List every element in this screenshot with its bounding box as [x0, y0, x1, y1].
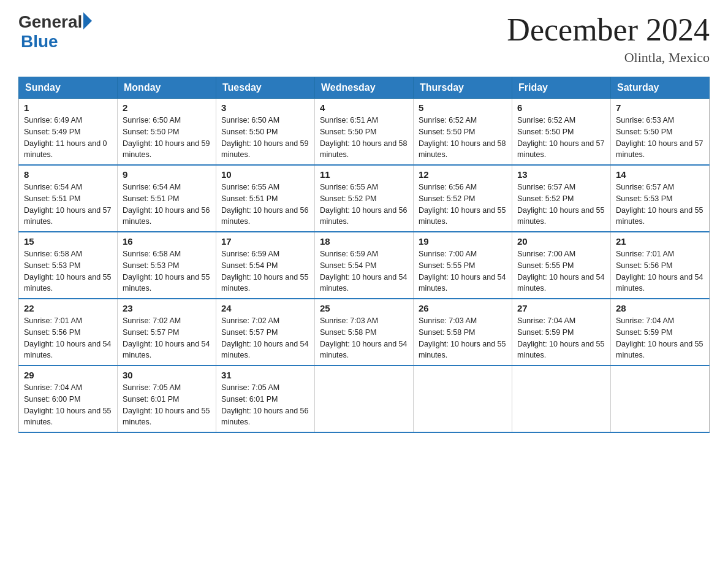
calendar-day-cell: 4Sunrise: 6:51 AMSunset: 5:50 PMDaylight…	[315, 99, 414, 166]
header-monday: Monday	[118, 77, 216, 99]
day-info: Sunrise: 6:54 AMSunset: 5:51 PMDaylight:…	[123, 182, 211, 228]
calendar-day-cell: 24Sunrise: 7:02 AMSunset: 5:57 PMDayligh…	[216, 299, 315, 366]
day-info: Sunrise: 6:50 AMSunset: 5:50 PMDaylight:…	[123, 115, 211, 161]
header-friday: Friday	[512, 77, 611, 99]
day-number: 11	[320, 169, 408, 180]
day-info: Sunrise: 7:01 AMSunset: 5:56 PMDaylight:…	[24, 315, 112, 361]
calendar-day-cell: 25Sunrise: 7:03 AMSunset: 5:58 PMDayligh…	[315, 299, 414, 366]
calendar-day-cell	[611, 366, 710, 432]
calendar-week-row: 22Sunrise: 7:01 AMSunset: 5:56 PMDayligh…	[19, 299, 710, 366]
calendar-day-cell: 17Sunrise: 6:59 AMSunset: 5:54 PMDayligh…	[216, 232, 315, 299]
day-info: Sunrise: 6:58 AMSunset: 5:53 PMDaylight:…	[123, 248, 211, 294]
calendar-day-cell: 10Sunrise: 6:55 AMSunset: 5:51 PMDayligh…	[216, 165, 315, 232]
calendar-day-cell: 8Sunrise: 6:54 AMSunset: 5:51 PMDaylight…	[19, 165, 118, 232]
day-info: Sunrise: 7:04 AMSunset: 6:00 PMDaylight:…	[24, 382, 112, 428]
day-info: Sunrise: 6:57 AMSunset: 5:52 PMDaylight:…	[517, 182, 605, 228]
day-info: Sunrise: 7:02 AMSunset: 5:57 PMDaylight:…	[221, 315, 309, 361]
day-info: Sunrise: 7:03 AMSunset: 5:58 PMDaylight:…	[419, 315, 507, 361]
calendar-body: 1Sunrise: 6:49 AMSunset: 5:49 PMDaylight…	[19, 99, 710, 433]
calendar-day-cell: 7Sunrise: 6:53 AMSunset: 5:50 PMDaylight…	[611, 99, 710, 166]
calendar-day-cell: 29Sunrise: 7:04 AMSunset: 6:00 PMDayligh…	[19, 366, 118, 432]
calendar-day-cell: 5Sunrise: 6:52 AMSunset: 5:50 PMDaylight…	[414, 99, 512, 166]
day-info: Sunrise: 6:52 AMSunset: 5:50 PMDaylight:…	[517, 115, 605, 161]
day-info: Sunrise: 6:57 AMSunset: 5:53 PMDaylight:…	[616, 182, 704, 228]
day-number: 5	[419, 102, 507, 113]
day-info: Sunrise: 6:58 AMSunset: 5:53 PMDaylight:…	[24, 248, 112, 294]
day-info: Sunrise: 6:52 AMSunset: 5:50 PMDaylight:…	[419, 115, 507, 161]
calendar-week-row: 15Sunrise: 6:58 AMSunset: 5:53 PMDayligh…	[19, 232, 710, 299]
day-number: 13	[517, 169, 605, 180]
day-number: 18	[320, 236, 408, 247]
calendar-day-cell: 23Sunrise: 7:02 AMSunset: 5:57 PMDayligh…	[118, 299, 216, 366]
calendar-day-cell	[414, 366, 512, 432]
day-info: Sunrise: 7:00 AMSunset: 5:55 PMDaylight:…	[419, 248, 507, 294]
day-number: 1	[24, 102, 112, 113]
title-block: December 2024 Olintla, Mexico	[507, 12, 710, 66]
day-info: Sunrise: 7:01 AMSunset: 5:56 PMDaylight:…	[616, 248, 704, 294]
calendar-day-cell: 31Sunrise: 7:05 AMSunset: 6:01 PMDayligh…	[216, 366, 315, 432]
calendar-table: Sunday Monday Tuesday Wednesday Thursday…	[18, 77, 710, 433]
day-info: Sunrise: 7:05 AMSunset: 6:01 PMDaylight:…	[221, 382, 309, 428]
calendar-day-cell: 6Sunrise: 6:52 AMSunset: 5:50 PMDaylight…	[512, 99, 611, 166]
day-number: 28	[616, 303, 704, 313]
day-number: 25	[320, 303, 408, 313]
calendar-day-cell	[512, 366, 611, 432]
day-number: 22	[24, 303, 112, 313]
day-number: 29	[24, 370, 112, 380]
day-info: Sunrise: 6:51 AMSunset: 5:50 PMDaylight:…	[320, 115, 408, 161]
header-sunday: Sunday	[19, 77, 118, 99]
day-number: 30	[123, 370, 211, 380]
day-number: 14	[616, 169, 704, 180]
day-info: Sunrise: 6:55 AMSunset: 5:52 PMDaylight:…	[320, 182, 408, 228]
day-number: 4	[320, 102, 408, 113]
header-wednesday: Wednesday	[315, 77, 414, 99]
calendar-day-cell: 12Sunrise: 6:56 AMSunset: 5:52 PMDayligh…	[414, 165, 512, 232]
day-info: Sunrise: 7:04 AMSunset: 5:59 PMDaylight:…	[616, 315, 704, 361]
calendar-day-cell: 18Sunrise: 6:59 AMSunset: 5:54 PMDayligh…	[315, 232, 414, 299]
day-number: 23	[123, 303, 211, 313]
header-thursday: Thursday	[414, 77, 512, 99]
day-info: Sunrise: 6:55 AMSunset: 5:51 PMDaylight:…	[221, 182, 309, 228]
header-saturday: Saturday	[611, 77, 710, 99]
page-header: General Blue December 2024 Olintla, Mexi…	[18, 12, 710, 66]
calendar-day-cell: 14Sunrise: 6:57 AMSunset: 5:53 PMDayligh…	[611, 165, 710, 232]
day-info: Sunrise: 7:03 AMSunset: 5:58 PMDaylight:…	[320, 315, 408, 361]
day-number: 7	[616, 102, 704, 113]
calendar-day-cell: 9Sunrise: 6:54 AMSunset: 5:51 PMDaylight…	[118, 165, 216, 232]
day-number: 9	[123, 169, 211, 180]
day-info: Sunrise: 6:54 AMSunset: 5:51 PMDaylight:…	[24, 182, 112, 228]
calendar-week-row: 29Sunrise: 7:04 AMSunset: 6:00 PMDayligh…	[19, 366, 710, 432]
calendar-header: Sunday Monday Tuesday Wednesday Thursday…	[19, 77, 710, 99]
logo: General Blue	[18, 12, 92, 52]
calendar-day-cell: 20Sunrise: 7:00 AMSunset: 5:55 PMDayligh…	[512, 232, 611, 299]
day-info: Sunrise: 7:00 AMSunset: 5:55 PMDaylight:…	[517, 248, 605, 294]
day-number: 24	[221, 303, 309, 313]
day-number: 19	[419, 236, 507, 247]
calendar-day-cell: 16Sunrise: 6:58 AMSunset: 5:53 PMDayligh…	[118, 232, 216, 299]
calendar-day-cell: 27Sunrise: 7:04 AMSunset: 5:59 PMDayligh…	[512, 299, 611, 366]
logo-general: General	[18, 12, 82, 32]
day-number: 10	[221, 169, 309, 180]
calendar-day-cell: 26Sunrise: 7:03 AMSunset: 5:58 PMDayligh…	[414, 299, 512, 366]
day-info: Sunrise: 6:49 AMSunset: 5:49 PMDaylight:…	[24, 115, 112, 161]
calendar-day-cell: 28Sunrise: 7:04 AMSunset: 5:59 PMDayligh…	[611, 299, 710, 366]
calendar-day-cell: 2Sunrise: 6:50 AMSunset: 5:50 PMDaylight…	[118, 99, 216, 166]
day-number: 17	[221, 236, 309, 247]
day-number: 20	[517, 236, 605, 247]
day-info: Sunrise: 7:05 AMSunset: 6:01 PMDaylight:…	[123, 382, 211, 428]
day-number: 31	[221, 370, 309, 380]
day-number: 16	[123, 236, 211, 247]
calendar-day-cell	[315, 366, 414, 432]
logo-triangle-icon	[83, 12, 92, 29]
day-info: Sunrise: 7:02 AMSunset: 5:57 PMDaylight:…	[123, 315, 211, 361]
day-number: 6	[517, 102, 605, 113]
location-title: Olintla, Mexico	[507, 50, 710, 66]
calendar-day-cell: 19Sunrise: 7:00 AMSunset: 5:55 PMDayligh…	[414, 232, 512, 299]
calendar-day-cell: 3Sunrise: 6:50 AMSunset: 5:50 PMDaylight…	[216, 99, 315, 166]
calendar-day-cell: 13Sunrise: 6:57 AMSunset: 5:52 PMDayligh…	[512, 165, 611, 232]
calendar-day-cell: 30Sunrise: 7:05 AMSunset: 6:01 PMDayligh…	[118, 366, 216, 432]
calendar-day-cell: 21Sunrise: 7:01 AMSunset: 5:56 PMDayligh…	[611, 232, 710, 299]
day-info: Sunrise: 6:59 AMSunset: 5:54 PMDaylight:…	[221, 248, 309, 294]
day-number: 8	[24, 169, 112, 180]
calendar-week-row: 8Sunrise: 6:54 AMSunset: 5:51 PMDaylight…	[19, 165, 710, 232]
